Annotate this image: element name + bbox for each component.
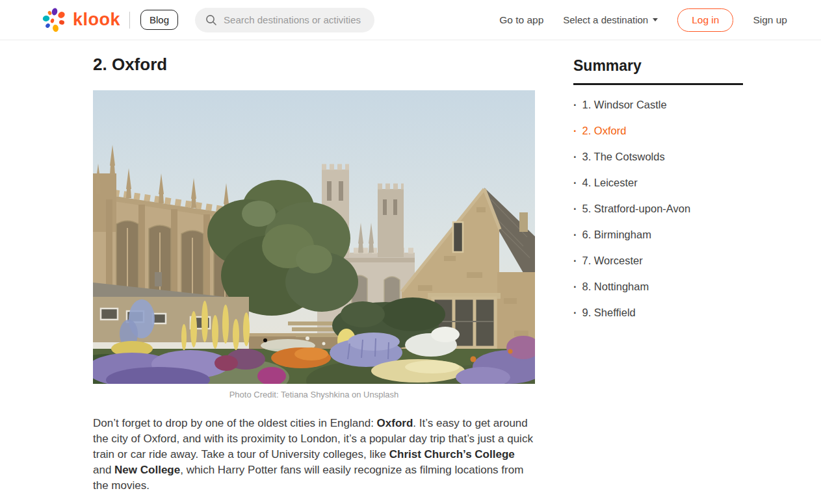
search-bar[interactable] bbox=[195, 8, 374, 32]
summary-item[interactable]: ·1. Windsor Castle bbox=[573, 92, 743, 118]
summary-sidebar: Summary ·1. Windsor Castle·2. Oxford·3. … bbox=[573, 52, 743, 494]
klook-logo[interactable]: klook bbox=[42, 7, 120, 33]
page-body: 2. Oxford bbox=[0, 40, 821, 494]
article-image bbox=[93, 90, 535, 384]
search-input[interactable] bbox=[224, 14, 364, 25]
summary-title: Summary bbox=[573, 57, 743, 75]
bullet-dot: · bbox=[573, 151, 577, 163]
destination-selector-label: Select a destination bbox=[563, 14, 648, 25]
bullet-dot: · bbox=[573, 177, 577, 189]
article-figure: Photo Credit: Tetiana Shyshkina on Unspl… bbox=[93, 90, 535, 399]
summary-list: ·1. Windsor Castle·2. Oxford·3. The Cots… bbox=[573, 92, 743, 325]
summary-divider bbox=[573, 83, 743, 85]
summary-item-label: 4. Leicester bbox=[582, 177, 638, 189]
bullet-dot: · bbox=[573, 229, 577, 241]
login-button[interactable]: Log in bbox=[677, 8, 733, 32]
summary-item[interactable]: ·2. Oxford bbox=[573, 118, 743, 144]
bullet-dot: · bbox=[573, 203, 577, 215]
summary-item-label: 9. Sheffield bbox=[582, 307, 636, 319]
header-actions: Go to app Select a destination Log in Si… bbox=[499, 8, 787, 32]
summary-item-label: 6. Birmingham bbox=[582, 229, 651, 241]
summary-item[interactable]: ·3. The Cotswolds bbox=[573, 144, 743, 170]
summary-item[interactable]: ·4. Leicester bbox=[573, 170, 743, 195]
destination-selector[interactable]: Select a destination bbox=[563, 14, 658, 25]
article-paragraph: Don’t forget to drop by one of the oldes… bbox=[93, 416, 535, 494]
klook-logo-icon bbox=[42, 7, 68, 33]
bullet-dot: · bbox=[573, 125, 577, 137]
article-column: 2. Oxford bbox=[93, 52, 535, 494]
search-icon bbox=[205, 14, 217, 26]
summary-item-label: 7. Worcester bbox=[582, 255, 643, 267]
summary-item-label: 2. Oxford bbox=[582, 125, 627, 137]
site-header: klook Blog Go to app Select a destinatio… bbox=[0, 0, 821, 40]
photo-credit: Photo Credit: Tetiana Shyshkina on Unspl… bbox=[93, 390, 535, 399]
summary-item[interactable]: ·8. Nottingham bbox=[573, 273, 743, 299]
brand-name: klook bbox=[73, 10, 120, 30]
signup-link[interactable]: Sign up bbox=[753, 14, 787, 26]
summary-item[interactable]: ·6. Birmingham bbox=[573, 221, 743, 247]
summary-item-label: 5. Stratford-upon-Avon bbox=[582, 203, 691, 215]
summary-item-label: 1. Windsor Castle bbox=[582, 99, 667, 111]
summary-item-label: 8. Nottingham bbox=[582, 281, 649, 293]
bullet-dot: · bbox=[573, 255, 577, 267]
go-to-app-link[interactable]: Go to app bbox=[499, 14, 543, 26]
blog-button[interactable]: Blog bbox=[140, 10, 178, 30]
summary-item[interactable]: ·9. Sheffield bbox=[573, 299, 743, 325]
bullet-dot: · bbox=[573, 281, 577, 293]
summary-item[interactable]: ·5. Stratford-upon-Avon bbox=[573, 195, 743, 221]
chevron-down-icon bbox=[653, 18, 658, 21]
summary-item-label: 3. The Cotswolds bbox=[582, 151, 665, 163]
summary-item[interactable]: ·7. Worcester bbox=[573, 247, 743, 273]
bullet-dot: · bbox=[573, 99, 577, 111]
bullet-dot: · bbox=[573, 307, 577, 319]
header-divider bbox=[129, 12, 130, 29]
section-heading: 2. Oxford bbox=[93, 55, 535, 75]
